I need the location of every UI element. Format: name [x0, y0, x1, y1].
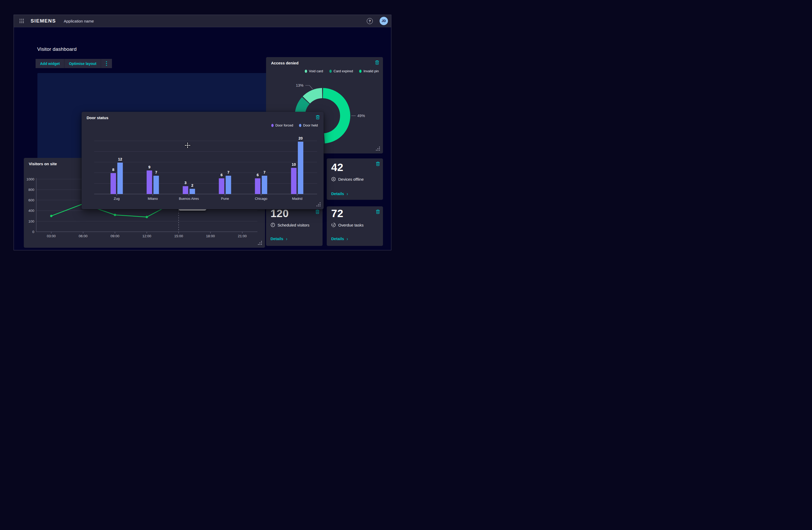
door-status-bar-chart: Zug812Milano97Buenos Aires32Pune67Chicag… [82, 112, 323, 209]
bar-value-label: 20 [299, 136, 303, 140]
x-tick-label: 21:00 [238, 234, 247, 238]
x-tick-label: 18:00 [206, 234, 215, 238]
bar-value-label: 3 [185, 181, 187, 185]
stat-value: 42 [331, 161, 344, 173]
bar-door-held [262, 176, 267, 194]
bar-value-label: 7 [155, 170, 157, 175]
x-tick-label: 15:00 [174, 234, 183, 238]
stat-label-row: Overdue tasks [331, 223, 364, 227]
y-tick-label: 400 [28, 209, 34, 213]
callout-line [305, 85, 313, 89]
stat-card-devices-offline: 42 Devices offline Details› [327, 158, 383, 200]
donut-label-49: 49% [357, 114, 365, 118]
stat-value: 72 [331, 207, 344, 220]
bar-door-forced [183, 186, 188, 194]
x-tick-label: 09:00 [111, 234, 119, 238]
page-title: Visitor dashboard [37, 46, 77, 52]
x-tick-label: Zug [114, 197, 119, 200]
app-window: SIEMENS Application name ? JD Visitor da… [14, 15, 391, 250]
x-tick-label: 12:00 [142, 234, 151, 238]
chevron-right-icon: › [347, 191, 348, 196]
donut-slice [306, 93, 322, 100]
optimise-layout-button[interactable]: Optimise layout [64, 59, 101, 68]
bar-door-held [117, 163, 123, 194]
x-tick-label: 06:00 [79, 234, 88, 238]
bar-value-label: 7 [227, 170, 229, 175]
x-tick-label: 03:00 [47, 234, 56, 238]
x-tick-label: Madrid [292, 197, 302, 200]
y-tick-label: 800 [28, 188, 34, 192]
application-name: Application name [64, 19, 94, 23]
data-point [50, 215, 53, 217]
help-icon[interactable]: ? [367, 18, 373, 24]
delete-widget-icon[interactable] [376, 161, 380, 167]
bar-value-label: 2 [191, 183, 193, 187]
y-tick-label: 1000 [26, 177, 34, 181]
x-tick-label: Milano [148, 197, 158, 200]
resize-handle[interactable] [258, 241, 262, 245]
more-options-button[interactable] [101, 59, 112, 68]
chevron-right-icon: › [286, 236, 287, 241]
bar-door-forced [147, 170, 152, 194]
y-tick-label: 0 [32, 230, 34, 234]
siemens-logo: SIEMENS [31, 18, 56, 24]
bar-value-label: 6 [220, 173, 223, 177]
y-tick-label: 600 [28, 198, 34, 202]
bar-door-forced [111, 173, 116, 194]
x-tick-label: Pune [221, 197, 229, 200]
details-link[interactable]: Details› [271, 236, 287, 241]
delete-widget-icon[interactable] [376, 209, 380, 215]
bar-value-label: 9 [148, 165, 150, 169]
device-offline-icon [331, 177, 336, 181]
bar-door-held [190, 189, 195, 194]
bar-door-forced [291, 168, 296, 194]
data-point [114, 214, 116, 216]
y-tick-label: 100 [28, 220, 34, 223]
dashboard-toolbar: Add widget Optimise layout [35, 59, 112, 68]
donut-label-13: 13% [296, 83, 303, 87]
x-tick-label: Buenos Aires [179, 197, 199, 200]
chevron-right-icon: › [347, 236, 348, 241]
bar-door-held [154, 176, 159, 194]
avatar[interactable]: JD [380, 17, 388, 25]
app-header: SIEMENS Application name ? JD [14, 15, 391, 27]
bar-value-label: 6 [257, 173, 259, 177]
details-link[interactable]: Details› [331, 236, 348, 241]
stat-card-scheduled-visitors: 120 Scheduled visitors Details› [266, 206, 322, 246]
bar-door-forced [255, 178, 261, 194]
bar-door-forced [219, 178, 224, 194]
bar-door-held [226, 176, 231, 194]
bar-door-held [298, 142, 303, 194]
add-widget-button[interactable]: Add widget [35, 59, 64, 68]
stat-label-row: Scheduled visitors [271, 223, 309, 227]
check-circle-icon [331, 223, 336, 227]
data-point [146, 216, 148, 218]
delete-widget-icon[interactable] [315, 209, 320, 215]
stat-label-row: Devices offline [331, 177, 364, 181]
bar-value-label: 10 [292, 162, 296, 167]
bar-value-label: 8 [112, 168, 114, 172]
details-link[interactable]: Details› [331, 192, 348, 196]
stat-value: 120 [271, 207, 289, 220]
clock-icon [271, 223, 275, 227]
resize-handle[interactable] [317, 203, 321, 207]
door-status-widget[interactable]: Door status Door forced Door held Zug812… [82, 112, 323, 209]
x-tick-label: Chicago [255, 197, 267, 200]
bar-value-label: 12 [118, 157, 122, 161]
donut-slice [323, 93, 345, 139]
stat-card-overdue-tasks: 72 Overdue tasks Details› [327, 206, 383, 246]
bar-value-label: 7 [263, 170, 265, 175]
app-launcher-icon[interactable] [20, 19, 24, 23]
resize-handle[interactable] [376, 147, 380, 151]
